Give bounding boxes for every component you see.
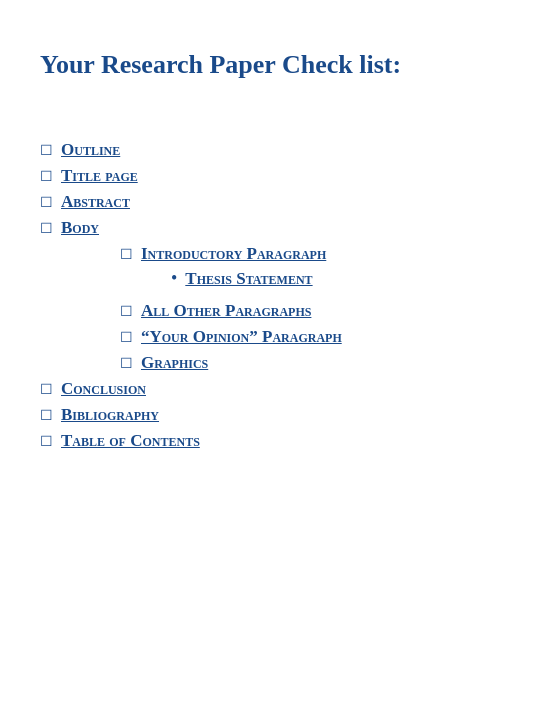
- label-bibliography: Bibliography: [61, 405, 159, 425]
- label-abstract: Abstract: [61, 192, 130, 212]
- introductory-paragraph-group: Introductory Paragraph • Thesis Statemen…: [141, 244, 326, 295]
- label-graphics: Graphics: [141, 353, 208, 373]
- list-item-introductory-paragraph: ☐ Introductory Paragraph • Thesis Statem…: [120, 244, 512, 295]
- body-children-container: ☐ Introductory Paragraph • Thesis Statem…: [40, 244, 512, 373]
- label-thesis-statement: Thesis Statement: [185, 269, 312, 289]
- label-table-of-contents: Table of Contents: [61, 431, 200, 451]
- bullet-thesis: •: [171, 268, 177, 289]
- list-item-all-other-paragraphs: ☐ All Other Paragraphs: [120, 301, 512, 321]
- nested-list: ☐ Introductory Paragraph • Thesis Statem…: [120, 244, 512, 373]
- list-item-conclusion: ☐ Conclusion: [40, 379, 512, 399]
- checkbox-table-of-contents[interactable]: ☐: [40, 433, 53, 450]
- list-item-graphics: ☐ Graphics: [120, 353, 512, 373]
- checkbox-conclusion[interactable]: ☐: [40, 381, 53, 398]
- checkbox-body[interactable]: ☐: [40, 220, 53, 237]
- checkbox-all-other-paragraphs[interactable]: ☐: [120, 303, 133, 320]
- page-title: Your Research Paper Check list:: [40, 50, 512, 80]
- checkbox-outline[interactable]: ☐: [40, 142, 53, 159]
- list-item-bibliography: ☐ Bibliography: [40, 405, 512, 425]
- label-outline: Outline: [61, 140, 120, 160]
- checkbox-bibliography[interactable]: ☐: [40, 407, 53, 424]
- page: Your Research Paper Check list: ☐ Outlin…: [0, 0, 552, 497]
- bullet-list-thesis: • Thesis Statement: [171, 268, 326, 289]
- checkbox-your-opinion-paragraph[interactable]: ☐: [120, 329, 133, 346]
- list-item-abstract: ☐ Abstract: [40, 192, 512, 212]
- list-item-body: ☐ Body: [40, 218, 512, 238]
- label-introductory-paragraph: Introductory Paragraph: [141, 244, 326, 263]
- checkbox-introductory-paragraph[interactable]: ☐: [120, 246, 133, 263]
- list-item-title-page: ☐ Title page: [40, 166, 512, 186]
- list-item-table-of-contents: ☐ Table of Contents: [40, 431, 512, 451]
- checkbox-title-page[interactable]: ☐: [40, 168, 53, 185]
- label-conclusion: Conclusion: [61, 379, 146, 399]
- label-body: Body: [61, 218, 99, 238]
- label-all-other-paragraphs: All Other Paragraphs: [141, 301, 311, 321]
- checkbox-graphics[interactable]: ☐: [120, 355, 133, 372]
- label-title-page: Title page: [61, 166, 138, 186]
- list-item-your-opinion-paragraph: ☐ “Your Opinion” Paragraph: [120, 327, 512, 347]
- list-item-outline: ☐ Outline: [40, 140, 512, 160]
- checkbox-abstract[interactable]: ☐: [40, 194, 53, 211]
- label-your-opinion-paragraph: “Your Opinion” Paragraph: [141, 327, 342, 347]
- list-item-thesis-statement: • Thesis Statement: [171, 268, 326, 289]
- checklist: ☐ Outline ☐ Title page ☐ Abstract ☐ Body…: [40, 140, 512, 451]
